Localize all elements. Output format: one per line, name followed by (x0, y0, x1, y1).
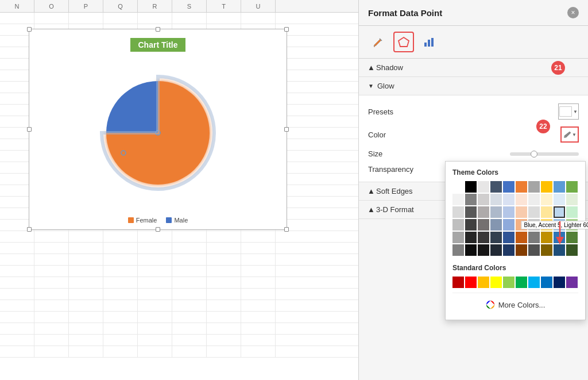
col-u: U (241, 0, 276, 12)
color-swatch[interactable] (528, 194, 540, 205)
color-swatch[interactable] (465, 194, 477, 205)
resize-handle-bl[interactable] (27, 227, 32, 232)
more-colors-button[interactable]: More Colors... (452, 297, 578, 313)
color-swatch[interactable] (490, 181, 502, 193)
size-slider-thumb[interactable] (531, 151, 537, 158)
resize-handle-right[interactable] (284, 127, 289, 132)
standard-color-swatch[interactable] (541, 277, 552, 288)
fill-effects-icon[interactable] (368, 32, 389, 52)
standard-color-swatch[interactable] (478, 277, 489, 288)
standard-color-swatch[interactable] (516, 277, 527, 288)
color-swatch[interactable] (503, 232, 514, 243)
color-swatch[interactable] (452, 194, 464, 205)
resize-handle-br[interactable] (284, 227, 289, 232)
color-swatch[interactable] (541, 232, 552, 243)
resize-handle-top[interactable] (156, 27, 160, 32)
color-swatch[interactable] (452, 244, 464, 256)
color-swatch[interactable] (516, 219, 527, 231)
color-swatch[interactable] (516, 194, 527, 205)
standard-color-swatch[interactable] (490, 277, 502, 288)
color-swatch[interactable] (478, 219, 489, 231)
color-swatch[interactable] (452, 219, 464, 231)
color-dropdown-arrow: ▼ (572, 132, 577, 137)
standard-color-swatch[interactable] (452, 277, 464, 288)
color-swatch[interactable] (541, 181, 552, 193)
color-swatch[interactable] (503, 244, 514, 256)
grid-row (0, 254, 358, 266)
color-swatch[interactable] (452, 232, 464, 243)
color-swatch[interactable] (516, 181, 527, 193)
color-swatch[interactable] (465, 206, 477, 218)
color-swatch[interactable] (541, 244, 552, 256)
color-swatch[interactable] (465, 244, 477, 256)
color-swatch[interactable]: Blue, Accent 5, Lighter 60% (554, 206, 565, 218)
color-swatch[interactable] (503, 181, 514, 193)
color-swatch[interactable] (528, 181, 540, 193)
presets-button[interactable]: ▼ (558, 103, 579, 120)
color-swatch[interactable] (566, 181, 578, 193)
color-swatch[interactable] (478, 232, 489, 243)
grid-cell (0, 335, 34, 346)
color-swatch[interactable] (478, 181, 489, 193)
resize-handle-left[interactable] (27, 127, 32, 132)
chart-effects-icon[interactable] (419, 32, 439, 52)
standard-color-swatch[interactable] (566, 277, 578, 288)
color-swatch[interactable] (528, 219, 540, 231)
grid-cell (241, 266, 276, 277)
color-swatch[interactable] (478, 194, 489, 205)
grid-row (0, 335, 358, 346)
grid-cell (207, 277, 241, 288)
color-swatch[interactable] (490, 219, 502, 231)
color-swatch[interactable] (478, 206, 489, 218)
color-swatch[interactable] (503, 219, 514, 231)
color-swatch[interactable] (566, 194, 578, 205)
color-swatch[interactable] (528, 244, 540, 256)
grid-cell (34, 300, 69, 311)
color-swatch[interactable] (490, 244, 502, 256)
shape-effects-icon[interactable] (393, 32, 414, 52)
color-swatch[interactable] (465, 181, 477, 193)
color-swatch[interactable] (465, 232, 477, 243)
color-swatch[interactable] (478, 244, 489, 256)
grid-cell (172, 277, 207, 288)
resize-handle-tr[interactable] (284, 27, 289, 32)
color-swatch[interactable] (516, 206, 527, 218)
color-swatch[interactable] (490, 232, 502, 243)
color-picker-button[interactable]: ▼ (560, 126, 579, 143)
format-panel: Format Data Point × (358, 0, 588, 380)
pie-slice-male[interactable] (106, 81, 158, 133)
size-slider[interactable] (510, 152, 579, 156)
svg-marker-1 (399, 37, 409, 47)
resize-handle-bottom[interactable] (156, 227, 160, 232)
color-swatch[interactable] (541, 206, 552, 218)
color-swatch[interactable] (490, 194, 502, 205)
soft-edges-chevron: ▶ (368, 189, 374, 194)
color-swatch[interactable] (452, 181, 464, 193)
standard-color-swatch[interactable] (554, 277, 565, 288)
standard-color-swatch[interactable] (503, 277, 514, 288)
color-swatch[interactable] (528, 206, 540, 218)
chart-container[interactable]: Chart Title (29, 29, 287, 230)
color-swatch[interactable] (452, 206, 464, 218)
color-swatch[interactable] (490, 206, 502, 218)
grid-cell (207, 323, 241, 334)
color-swatch[interactable] (554, 194, 565, 205)
glow-section-header[interactable]: ▼ Glow (359, 77, 588, 95)
color-swatch[interactable] (516, 232, 527, 243)
color-swatch[interactable] (465, 219, 477, 231)
standard-color-swatch[interactable] (528, 277, 540, 288)
grid-row (0, 300, 358, 312)
grid-cell (207, 335, 241, 346)
standard-color-swatch[interactable] (465, 277, 477, 288)
color-swatch[interactable] (554, 181, 565, 193)
color-swatch[interactable] (503, 206, 514, 218)
resize-handle-tl[interactable] (27, 27, 32, 32)
color-swatch[interactable] (566, 206, 578, 218)
close-button[interactable]: × (567, 7, 579, 18)
color-swatch[interactable] (503, 194, 514, 205)
color-swatch[interactable] (541, 194, 552, 205)
color-swatch[interactable] (516, 244, 527, 256)
grid-cell (0, 277, 34, 288)
color-swatch[interactable] (528, 232, 540, 243)
color-swatch[interactable] (541, 219, 552, 231)
